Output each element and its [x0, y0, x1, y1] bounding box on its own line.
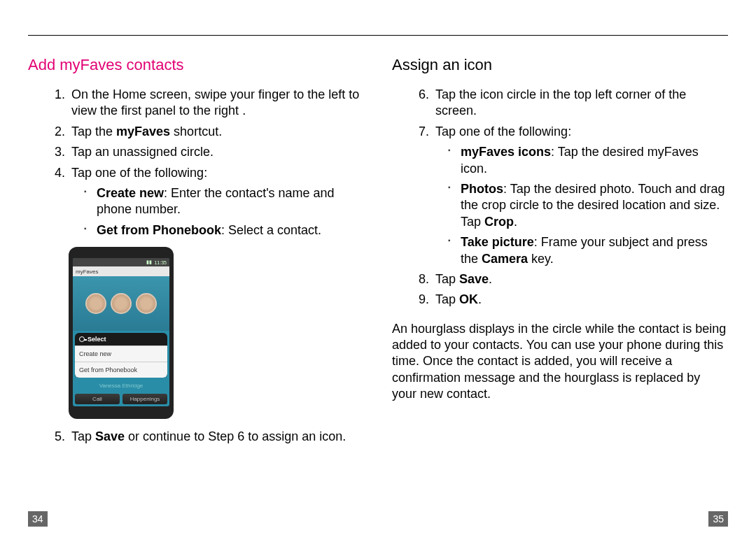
page-number-right: 35 — [708, 511, 728, 527]
screen-title: myFaves — [76, 269, 98, 275]
face-avatar-3 — [136, 293, 157, 314]
bottom-buttons: Call Happenings — [73, 392, 169, 406]
phone-body: ▮▮ 11:35 myFaves — [69, 247, 174, 419]
step-2-post: shortcut. — [170, 124, 222, 138]
step-7c-post2: key. — [528, 252, 554, 266]
left-steps-list-2: Tap Save or continue to Step 6 to assign… — [28, 429, 364, 445]
step-7c-bold2: Camera — [482, 252, 528, 266]
step-4a: Create new: Enter the contact's name and… — [84, 185, 364, 218]
panel-header: Select — [75, 333, 167, 345]
phone-illustration: ▮▮ 11:35 myFaves — [28, 247, 364, 419]
step-4b: Get from Phonebook: Select a contact. — [84, 222, 364, 238]
left-steps-list: On the Home screen, swipe your finger to… — [28, 87, 364, 238]
step-6: Tap the icon circle in the top left corn… — [433, 87, 728, 120]
step-4a-bold: Create new — [97, 186, 164, 200]
happenings-button: Happenings — [122, 394, 167, 404]
closing-paragraph: An hourglass displays in the circle whil… — [392, 321, 728, 403]
step-7-sublist: myFaves icons: Tap the desired myFaves i… — [435, 144, 728, 267]
step-4-sublist: Create new: Enter the contact's name and… — [71, 185, 364, 238]
signal-icon: ▮▮ — [146, 259, 152, 265]
step-8-pre: Tap — [435, 272, 459, 286]
step-9-pre: Tap — [435, 292, 459, 306]
columns: Add myFaves contacts On the Home screen,… — [28, 56, 728, 500]
call-button: Call — [75, 394, 120, 404]
select-panel: Select Create new Get from Phonebook — [75, 333, 167, 378]
faces-row — [73, 276, 169, 331]
step-7c-bold: Take picture — [461, 235, 534, 249]
step-5-bold: Save — [95, 429, 125, 443]
step-9: Tap OK. — [433, 292, 728, 308]
step-5-post: or continue to Step 6 to assign an icon. — [125, 429, 346, 443]
right-column: Assign an icon Tap the icon circle in th… — [392, 56, 728, 500]
manual-spread: Add myFaves contacts On the Home screen,… — [0, 0, 756, 542]
step-7-text: Tap one of the following: — [435, 124, 571, 138]
heading-add-myfaves: Add myFaves contacts — [28, 56, 364, 74]
step-3: Tap an unassigned circle. — [69, 144, 364, 160]
step-9-post: . — [478, 292, 482, 306]
step-7b-bold2: Crop — [484, 215, 514, 229]
top-rule — [28, 35, 728, 36]
contact-name: Vanessa Ethridge — [73, 380, 169, 392]
right-steps-list: Tap the icon circle in the top left corn… — [392, 87, 728, 308]
status-bar: ▮▮ 11:35 — [73, 258, 169, 266]
step-4b-bold: Get from Phonebook — [97, 223, 221, 237]
step-7: Tap one of the following: myFaves icons:… — [433, 124, 728, 267]
step-7b-bold: Photos — [461, 182, 503, 196]
face-avatar-2 — [111, 293, 132, 314]
phone-screen: ▮▮ 11:35 myFaves — [73, 258, 169, 406]
step-4: Tap one of the following: Create new: En… — [69, 165, 364, 239]
step-2: Tap the myFaves shortcut. — [69, 124, 364, 140]
step-7a-bold: myFaves icons — [461, 145, 551, 159]
face-avatar-1 — [85, 293, 106, 314]
status-time: 11:35 — [154, 260, 167, 265]
step-4b-rest: : Select a contact. — [221, 223, 321, 237]
step-4-text: Tap one of the following: — [71, 166, 207, 180]
step-9-bold: OK — [459, 292, 478, 306]
page-number-left: 34 — [28, 511, 48, 527]
step-8: Tap Save. — [433, 271, 728, 287]
heading-assign-icon: Assign an icon — [392, 56, 728, 74]
step-7b-post2: . — [514, 215, 517, 229]
step-2-pre: Tap the — [71, 124, 116, 138]
step-5-pre: Tap — [71, 429, 95, 443]
left-column: Add myFaves contacts On the Home screen,… — [28, 56, 364, 500]
step-1: On the Home screen, swipe your finger to… — [69, 87, 364, 120]
title-bar: myFaves — [73, 266, 169, 276]
step-8-post: . — [489, 272, 492, 286]
step-5: Tap Save or continue to Step 6 to assign… — [69, 429, 364, 445]
select-icon — [79, 336, 85, 342]
step-7c: Take picture: Frame your subject and pre… — [448, 234, 728, 267]
panel-row-create-new: Create new — [75, 345, 167, 362]
step-8-bold: Save — [459, 272, 489, 286]
panel-header-text: Select — [88, 336, 106, 343]
panel-row-get-phonebook: Get from Phonebook — [75, 362, 167, 378]
step-7b: Photos: Tap the desired photo. Touch and… — [448, 181, 728, 230]
step-7a: myFaves icons: Tap the desired myFaves i… — [448, 144, 728, 177]
step-2-bold: myFaves — [116, 124, 170, 138]
